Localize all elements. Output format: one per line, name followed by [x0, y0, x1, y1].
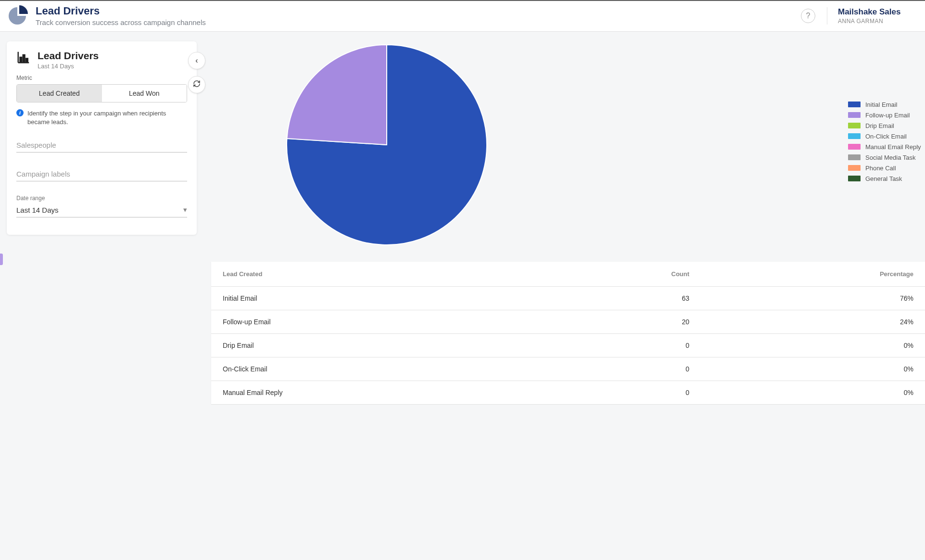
legend-item[interactable]: Manual Email Reply [848, 141, 925, 152]
legend-swatch [848, 102, 861, 107]
cell-percentage: 0% [701, 357, 925, 381]
campaign-labels-placeholder: Campaign labels [16, 170, 70, 178]
cell-count: 0 [539, 381, 701, 405]
sidebar-indicator [0, 254, 3, 265]
back-button[interactable]: ‹ [188, 52, 205, 69]
col-count: Count [539, 262, 701, 287]
top-bar: Lead Drivers Track conversion success ac… [0, 0, 925, 32]
legend-item[interactable]: Initial Email [848, 99, 925, 110]
account-user: ANNA GARMAN [838, 18, 913, 25]
table-row: Drip Email00% [211, 334, 925, 357]
legend-item[interactable]: Follow-up Email [848, 110, 925, 120]
data-table: Lead Created Count Percentage Initial Em… [211, 262, 925, 405]
table-row: Follow-up Email2024% [211, 310, 925, 334]
cell-label: Initial Email [211, 287, 539, 310]
card-title: Lead Drivers [38, 50, 99, 62]
cell-count: 20 [539, 310, 701, 334]
refresh-button[interactable] [188, 76, 205, 93]
legend-swatch [848, 112, 861, 118]
cell-label: On-Click Email [211, 357, 539, 381]
metric-toggle: Lead Created Lead Won [16, 84, 187, 102]
cell-label: Drip Email [211, 334, 539, 357]
table-header-row: Lead Created Count Percentage [211, 262, 925, 287]
legend-item[interactable]: General Task [848, 173, 925, 184]
cell-percentage: 0% [701, 334, 925, 357]
legend-swatch [848, 165, 861, 171]
filter-card: ‹ [7, 41, 197, 235]
metric-tab-lead-won[interactable]: Lead Won [102, 85, 187, 102]
campaign-labels-field[interactable]: Campaign labels [16, 166, 187, 181]
metric-hint: i Identify the step in your campaign whe… [16, 109, 187, 127]
legend-item[interactable]: Social Media Task [848, 152, 925, 163]
metric-hint-text: Identify the step in your campaign when … [27, 109, 187, 127]
info-icon: i [16, 109, 24, 116]
account-company: Mailshake Sales [838, 7, 913, 17]
legend-swatch [848, 144, 861, 150]
page-title: Lead Drivers [36, 5, 206, 17]
legend-swatch [848, 154, 861, 160]
metric-label: Metric [16, 75, 187, 81]
pie-slice[interactable] [287, 45, 387, 145]
legend-label: Phone Call [865, 165, 896, 172]
legend-label: Follow-up Email [865, 112, 910, 119]
main-content: Initial EmailFollow-up EmailDrip EmailOn… [211, 41, 925, 405]
col-label: Lead Created [211, 262, 539, 287]
svg-rect-3 [23, 55, 25, 62]
date-range-field[interactable]: Last 14 Days ▾ [16, 202, 187, 217]
cell-label: Manual Email Reply [211, 381, 539, 405]
legend-item[interactable]: On-Click Email [848, 131, 925, 141]
chart-legend: Initial EmailFollow-up EmailDrip EmailOn… [848, 41, 925, 184]
cell-percentage: 24% [701, 310, 925, 334]
table-row: Manual Email Reply00% [211, 381, 925, 405]
svg-rect-2 [20, 57, 22, 62]
legend-swatch [848, 133, 861, 139]
legend-swatch [848, 123, 861, 128]
legend-item[interactable]: Phone Call [848, 163, 925, 173]
card-range: Last 14 Days [38, 63, 99, 70]
legend-label: On-Click Email [865, 133, 907, 140]
chevron-left-icon: ‹ [195, 56, 198, 65]
legend-label: Manual Email Reply [865, 143, 921, 151]
page-subtitle: Track conversion success across campaign… [36, 18, 206, 26]
pie-chart [283, 41, 490, 248]
date-range-value: Last 14 Days [16, 206, 59, 214]
cell-percentage: 0% [701, 381, 925, 405]
date-range-label: Date range [16, 195, 187, 202]
cell-label: Follow-up Email [211, 310, 539, 334]
table-row: On-Click Email00% [211, 357, 925, 381]
legend-item[interactable]: Drip Email [848, 120, 925, 131]
bar-chart-icon [16, 50, 31, 64]
salespeople-placeholder: Salespeople [16, 141, 56, 149]
cell-count: 63 [539, 287, 701, 310]
cell-count: 0 [539, 357, 701, 381]
account-block[interactable]: Mailshake Sales ANNA GARMAN [827, 7, 913, 25]
metric-tab-lead-created[interactable]: Lead Created [17, 85, 102, 102]
legend-swatch [848, 176, 861, 181]
chevron-down-icon: ▾ [183, 205, 187, 214]
cell-count: 0 [539, 334, 701, 357]
cell-percentage: 76% [701, 287, 925, 310]
question-icon: ? [806, 12, 811, 20]
table-row: Initial Email6376% [211, 287, 925, 310]
svg-rect-4 [26, 59, 28, 62]
col-percentage: Percentage [701, 262, 925, 287]
legend-label: Drip Email [865, 122, 894, 129]
refresh-icon [193, 80, 201, 89]
legend-label: Social Media Task [865, 154, 916, 161]
pie-chart-icon [8, 5, 29, 26]
legend-label: Initial Email [865, 101, 897, 108]
legend-label: General Task [865, 175, 902, 182]
salespeople-field[interactable]: Salespeople [16, 137, 187, 153]
help-button[interactable]: ? [801, 9, 815, 23]
